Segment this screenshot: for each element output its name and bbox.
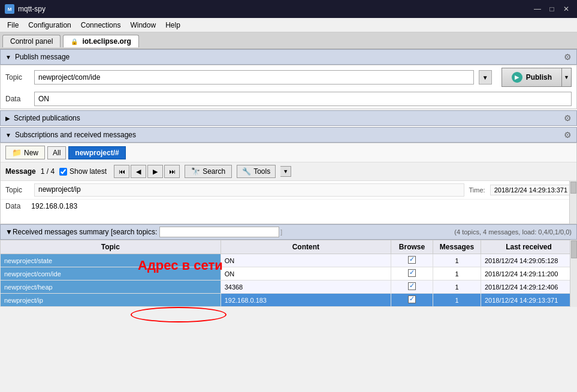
subs-section-title: Subscriptions and received messages	[15, 131, 136, 139]
cell-content: 192.168.0.183	[220, 294, 391, 307]
search-topics-input[interactable]	[159, 227, 279, 237]
subs-section-header[interactable]: ▼ Subscriptions and received messages ⚙	[0, 127, 577, 143]
search-label: Search	[203, 167, 225, 176]
message-total: 4	[50, 167, 55, 176]
msg-topic-row: Topic newproject/ip Time: 2018/12/24 14:…	[1, 181, 576, 200]
summary-arrow-icon: ▼	[5, 228, 13, 236]
publish-section-body: Topic ▼ ▶ Publish ▼ Data	[0, 65, 577, 109]
show-latest-label[interactable]: Show latest	[59, 167, 107, 176]
message-display: Topic newproject/ip Time: 2018/12/24 14:…	[1, 181, 576, 224]
tab-control-panel[interactable]: Control panel	[2, 35, 61, 47]
nav-first-button[interactable]: ⏮	[114, 165, 129, 178]
cell-last-received: 2018/12/24 14:29:12:406	[481, 281, 577, 294]
publish-gear-icon[interactable]: ⚙	[564, 52, 572, 62]
cell-topic: newproject/heap	[1, 281, 221, 294]
menu-window[interactable]: Window	[125, 20, 161, 31]
scroll-thumb[interactable]	[570, 182, 576, 194]
menu-help[interactable]: Help	[161, 20, 185, 31]
message-current: 1	[41, 167, 45, 176]
tab-connection[interactable]: 🔒 iot.eclipse.org	[63, 35, 138, 47]
table-scrollbar[interactable]	[570, 240, 577, 307]
active-topic-tab[interactable]: newproject/#	[68, 146, 125, 159]
scripted-gear-icon[interactable]: ⚙	[564, 113, 572, 123]
table-row[interactable]: newproject/com/ideON12018/12/24 14:29:11…	[1, 267, 577, 281]
new-subscription-button[interactable]: 📁 New	[5, 146, 45, 159]
minimize-button[interactable]: —	[531, 3, 543, 15]
topic-dropdown-btn[interactable]: ▼	[479, 70, 492, 85]
msg-time-label: Time:	[469, 186, 485, 194]
cell-last-received: 2018/12/24 14:29:11:200	[481, 267, 577, 281]
cell-topic: newproject/state	[1, 254, 221, 267]
all-btn-label: All	[53, 149, 61, 157]
table-scroll-thumb[interactable]	[571, 240, 577, 258]
subs-gear-icon[interactable]: ⚙	[564, 130, 572, 140]
nav-last-button[interactable]: ⏭	[164, 165, 180, 178]
msg-data-value: 192.168.0.183	[31, 202, 77, 210]
publish-section-header[interactable]: ▼ Publish message ⚙	[0, 49, 577, 65]
browse-checkbox[interactable]	[408, 269, 416, 277]
col-header-content: Content	[220, 240, 391, 254]
tab-connection-label: iot.eclipse.org	[82, 37, 131, 46]
publish-label: Publish	[526, 73, 552, 82]
nav-buttons: ⏮ ◀ ▶ ⏭	[114, 165, 180, 178]
show-latest-text: Show latest	[70, 167, 107, 176]
summary-title: Received messages summary [search topics…	[13, 228, 157, 236]
title-bar-left: M mqtt-spy	[5, 4, 46, 14]
topic-label: Topic	[5, 73, 29, 82]
col-header-last-received: Last received	[481, 240, 577, 254]
search-button[interactable]: 🔭 Search	[185, 165, 232, 178]
scripted-section-title: Scripted publications	[14, 114, 80, 122]
col-header-messages: Messages	[433, 240, 481, 254]
cell-content: 34368	[220, 281, 391, 294]
search-close-bracket: ]	[280, 229, 282, 236]
browse-checkbox[interactable]	[408, 256, 416, 264]
all-subscriptions-button[interactable]: All	[47, 146, 66, 159]
publish-icon: ▶	[512, 72, 522, 83]
subs-toolbar: 📁 New All newproject/#	[1, 143, 576, 162]
message-counter: 1 / 4	[41, 167, 55, 176]
tools-button[interactable]: 🔧 Tools	[237, 165, 276, 178]
data-input[interactable]	[34, 92, 572, 106]
cell-messages: 1	[433, 294, 481, 307]
messages-table-container: Topic Content Browse Messages Last recei…	[0, 240, 577, 307]
table-row[interactable]: newproject/heap3436812018/12/24 14:29:12…	[1, 281, 577, 294]
publish-arrow-icon: ▼	[5, 54, 11, 61]
vertical-scrollbar[interactable]	[569, 181, 576, 224]
menu-connections[interactable]: Connections	[76, 20, 126, 31]
publish-dropdown-btn[interactable]: ▼	[562, 68, 572, 87]
browse-checkbox[interactable]	[408, 295, 416, 303]
table-row[interactable]: newproject/stateON12018/12/24 14:29:05:1…	[1, 254, 577, 267]
cell-last-received: 2018/12/24 14:29:05:128	[481, 254, 577, 267]
summary-header: ▼ Received messages summary [search topi…	[0, 224, 577, 240]
topic-input[interactable]	[34, 70, 474, 85]
app-icon: M	[5, 4, 14, 14]
maximize-button[interactable]: □	[546, 3, 558, 15]
message-nav: Message 1 / 4 Show latest ⏮ ◀ ▶ ⏭ 🔭 Sear…	[1, 162, 576, 181]
cell-topic: newproject/com/ide	[1, 267, 221, 281]
tools-label: Tools	[253, 167, 270, 176]
cell-topic: newproject/ip	[1, 294, 221, 307]
data-row: Data	[1, 89, 576, 108]
tab-bar: Control panel 🔒 iot.eclipse.org	[0, 32, 577, 49]
tools-dropdown-btn[interactable]: ▼	[280, 166, 291, 177]
publish-btn-group: ▶ Publish ▼	[502, 68, 572, 87]
wrench-icon: 🔧	[242, 167, 251, 176]
browse-checkbox[interactable]	[408, 282, 416, 290]
nav-prev-button[interactable]: ◀	[131, 165, 146, 178]
menu-configuration[interactable]: Configuration	[23, 20, 75, 31]
nav-next-button[interactable]: ▶	[147, 165, 163, 178]
app-title: mqtt-spy	[18, 5, 46, 13]
menu-file[interactable]: File	[2, 20, 23, 31]
cell-messages: 1	[433, 281, 481, 294]
cell-browse	[391, 294, 433, 307]
annotation-circle	[131, 307, 226, 322]
close-button[interactable]: ✕	[560, 3, 572, 15]
cell-messages: 1	[433, 267, 481, 281]
publish-button[interactable]: ▶ Publish	[502, 68, 562, 87]
scripted-section-header[interactable]: ▶ Scripted publications ⚙	[0, 110, 577, 126]
show-latest-checkbox[interactable]	[59, 168, 67, 176]
subs-arrow-icon: ▼	[5, 132, 11, 138]
table-row[interactable]: newproject/ip192.168.0.18312018/12/24 14…	[1, 294, 577, 307]
tab-control-panel-label: Control panel	[10, 37, 53, 46]
msg-topic-value: newproject/ip	[34, 183, 464, 197]
